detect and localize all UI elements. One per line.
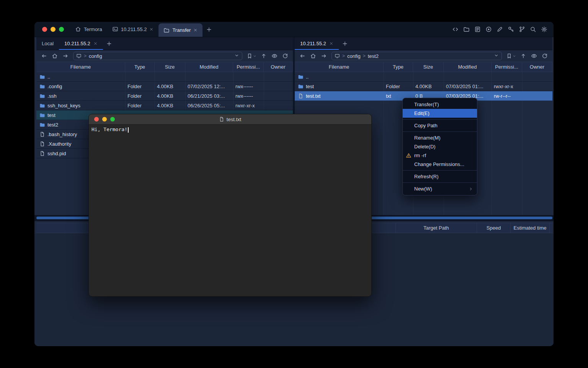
computer-icon	[76, 53, 82, 59]
edit-icon[interactable]	[497, 26, 503, 33]
right-back-button[interactable]	[297, 52, 307, 60]
filename: ssh_host_keys	[47, 103, 80, 108]
left-home-button[interactable]	[50, 52, 60, 60]
zoom-window-button[interactable]	[59, 27, 64, 32]
left-tab-local[interactable]: Local	[36, 37, 59, 50]
column-header-permissi[interactable]: Permissi...	[492, 62, 522, 72]
right-new-tab-button[interactable]	[339, 37, 351, 50]
menu-item-edit-e[interactable]: Edit(E)	[403, 109, 477, 118]
column-header-owner[interactable]: Owner	[264, 62, 293, 72]
editor-zoom-button[interactable]	[110, 117, 115, 122]
close-tab-icon[interactable]	[93, 41, 98, 46]
type-cell: Folder	[125, 101, 155, 110]
terminal-icon	[112, 26, 118, 32]
panel-tab-label: Local	[42, 41, 54, 46]
file-row-test[interactable]: testFolder4.00KB07/03/2025 01:...rwxr-xr…	[295, 82, 552, 91]
column-header-filename[interactable]: Filename	[36, 62, 125, 72]
left-new-tab-button[interactable]	[103, 37, 115, 50]
left-back-button[interactable]	[39, 52, 49, 60]
column-header-permissi[interactable]: Permissi...	[233, 62, 264, 72]
file-row-ssh[interactable]: .sshFolder4.00KB06/21/2025 03:...rwx----…	[36, 91, 293, 101]
modified-cell: 07/02/2025 12:...	[185, 82, 233, 91]
right-bookmark-button[interactable]	[505, 52, 518, 60]
record-icon[interactable]	[485, 26, 492, 33]
close-tab-icon[interactable]	[149, 27, 154, 31]
titlebar-actions	[452, 22, 554, 37]
path-segment-config[interactable]: config	[89, 53, 102, 59]
owner-cell	[522, 91, 552, 100]
menu-item-refresh-r[interactable]: Refresh(R)	[403, 172, 477, 181]
menu-item-rename-m[interactable]: Rename(M)	[403, 133, 477, 142]
left-forward-button[interactable]	[60, 52, 70, 60]
column-header-owner[interactable]: Owner	[522, 62, 552, 72]
settings-icon[interactable]	[541, 26, 547, 33]
file-row-config[interactable]: .configFolder4.00KB07/02/2025 12:...rwx-…	[36, 82, 293, 91]
size-cell: 4.00KB	[155, 82, 185, 91]
right-home-button[interactable]	[308, 52, 318, 60]
minimize-window-button[interactable]	[51, 27, 56, 32]
column-header-modified[interactable]: Modified	[444, 62, 492, 72]
left-tab-10-211-55-2[interactable]: 10.211.55.2	[59, 37, 103, 50]
close-window-button[interactable]	[42, 27, 47, 32]
column-header-filename[interactable]: Filename	[295, 62, 384, 72]
titlebar-tab-termora[interactable]: Termora	[70, 22, 107, 37]
column-header-type[interactable]: Type	[125, 62, 155, 72]
queue-column-estimated-time[interactable]: Estimated time	[510, 223, 549, 233]
path-segment-config[interactable]: config	[347, 53, 361, 59]
permissions-cell: rwx------	[233, 91, 264, 100]
column-header-modified[interactable]: Modified	[185, 62, 233, 72]
menu-item-change-permissions[interactable]: Change Permissions...	[403, 160, 477, 169]
right-path-bar[interactable]: >config>test2	[332, 52, 502, 60]
folder-icon[interactable]	[463, 26, 470, 33]
right-up-button[interactable]	[518, 52, 528, 60]
branch-icon[interactable]	[519, 26, 525, 33]
filename-cell: test	[295, 82, 384, 91]
file-row-row[interactable]: ..	[36, 72, 293, 82]
modified-cell: 07/03/2025 01:...	[444, 82, 492, 91]
titlebar-tab-10-211-55-2[interactable]: 10.211.55.2	[107, 22, 159, 37]
editor-close-button[interactable]	[94, 117, 99, 122]
key-icon[interactable]	[508, 26, 514, 33]
column-header-size[interactable]: Size	[413, 62, 444, 72]
right-refresh-button[interactable]	[540, 52, 550, 60]
type-cell	[125, 72, 155, 81]
right-forward-button[interactable]	[319, 52, 329, 60]
queue-column-target-path[interactable]: Target Path	[395, 223, 477, 233]
editor-traffic-lights	[89, 117, 119, 122]
left-bookmark-button[interactable]	[245, 52, 258, 60]
menu-item-new-w[interactable]: New(W)	[403, 184, 477, 193]
editor-titlebar[interactable]: test.txt	[89, 114, 371, 125]
queue-column-speed[interactable]: Speed	[477, 223, 510, 233]
file-row-row[interactable]: ..	[295, 72, 552, 82]
right-toolbar: >config>test2	[295, 50, 552, 62]
left-refresh-button[interactable]	[280, 52, 290, 60]
computer-icon	[335, 53, 340, 59]
close-tab-icon[interactable]	[193, 28, 198, 32]
editor-text-area[interactable]: Hi, Termora!	[89, 125, 371, 134]
chevron-down-icon[interactable]	[494, 53, 499, 58]
file-icon	[39, 141, 45, 147]
left-show-hidden-button[interactable]	[270, 52, 279, 60]
left-up-button[interactable]	[259, 52, 269, 60]
menu-item-copy-path[interactable]: Copy Path	[403, 121, 477, 130]
right-show-hidden-button[interactable]	[529, 52, 539, 60]
chevron-down-icon[interactable]	[234, 53, 239, 58]
menu-item-transfer-t[interactable]: Transfer(T)	[403, 100, 477, 109]
column-header-size[interactable]: Size	[155, 62, 185, 72]
menu-item-delete-d[interactable]: Delete(D)	[403, 142, 477, 151]
new-window-tab-button[interactable]	[203, 22, 216, 37]
titlebar-tab-transfer[interactable]: Transfer	[158, 23, 203, 37]
snippets-icon[interactable]	[474, 26, 481, 33]
filename: sshd.pid	[47, 151, 66, 156]
path-segment-test2[interactable]: test2	[368, 53, 379, 59]
left-path-bar[interactable]: >config	[73, 52, 242, 60]
menu-item-rm-rf[interactable]: rm -rf	[403, 151, 477, 160]
forward-icon	[321, 53, 327, 59]
column-header-type[interactable]: Type	[384, 62, 413, 72]
right-tab-10-211-55-2[interactable]: 10.211.55.2	[295, 37, 339, 50]
file-row-ssh-host-keys[interactable]: ssh_host_keysFolder4.00KB06/26/2025 05:.…	[36, 101, 293, 110]
close-tab-icon[interactable]	[329, 41, 333, 46]
search-icon[interactable]	[530, 26, 536, 33]
editor-minimize-button[interactable]	[102, 117, 107, 122]
code-icon[interactable]	[452, 26, 459, 33]
